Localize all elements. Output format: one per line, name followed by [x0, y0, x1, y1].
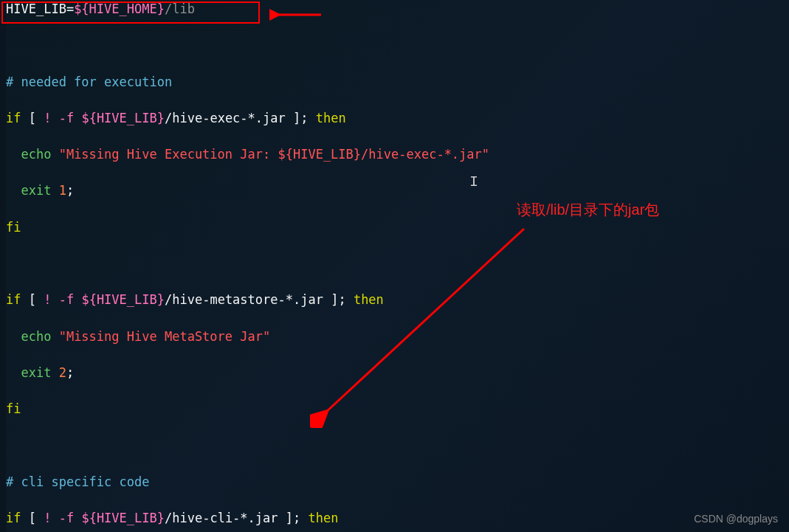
comment-cli: # cli specific code: [6, 474, 149, 489]
annotation-arrow-diagonal: [310, 221, 546, 428]
mouse-cursor-icon: I: [469, 171, 478, 193]
watermark-text: CSDN @dogplays: [694, 511, 778, 526]
comment-execution: # needed for execution: [6, 75, 172, 89]
highlight-box: [1, 1, 260, 24]
annotation-text: 读取/lib/目录下的jar包: [517, 199, 659, 221]
annotation-arrow-top: [269, 7, 328, 30]
svg-line-3: [325, 229, 524, 413]
